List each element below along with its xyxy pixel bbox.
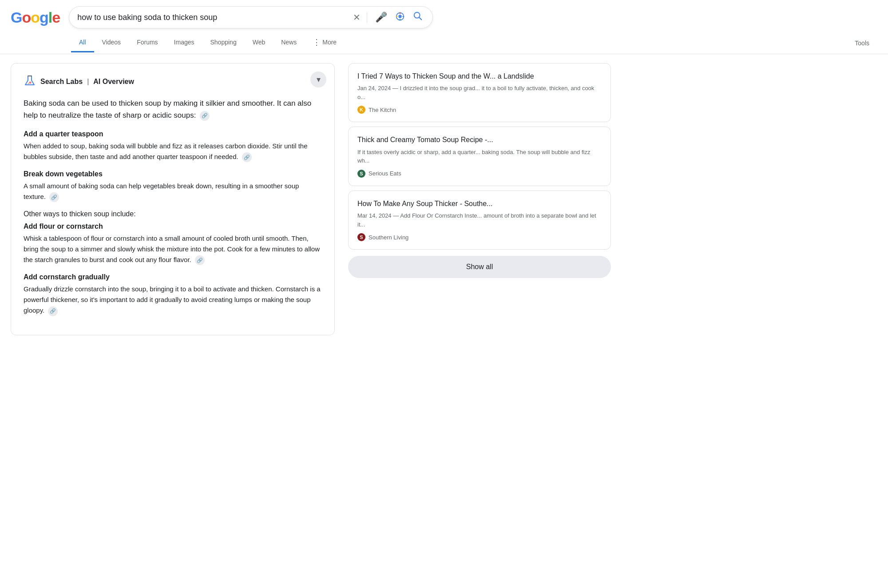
kitchn-name: The Kitchn bbox=[369, 107, 396, 113]
svg-rect-5 bbox=[403, 16, 404, 17]
section-title-2: Break down vegetables bbox=[24, 170, 322, 178]
voice-search-button[interactable]: 🎤 bbox=[373, 12, 389, 23]
tab-news[interactable]: News bbox=[273, 33, 305, 52]
tab-shopping[interactable]: Shopping bbox=[202, 33, 245, 52]
svg-point-8 bbox=[29, 82, 32, 84]
source-card-date-1: Jan 24, 2024 bbox=[357, 85, 391, 91]
svg-rect-2 bbox=[400, 12, 400, 14]
other-section1-link-icon[interactable]: 🔗 bbox=[195, 255, 205, 265]
more-dots-icon: ⋮ bbox=[313, 37, 321, 47]
ai-overview-column: ▾ Search Labs | AI Overview Baki bbox=[11, 63, 348, 335]
google-logo[interactable]: Google bbox=[11, 9, 60, 26]
ai-intro-text: Baking soda can be used to thicken soup … bbox=[24, 97, 322, 121]
search-divider bbox=[367, 12, 367, 23]
other-section-title-2: Add cornstarch gradually bbox=[24, 273, 322, 281]
section-body-2: A small amount of baking soda can help v… bbox=[24, 181, 322, 202]
svg-rect-3 bbox=[400, 19, 400, 20]
ai-overview-card: ▾ Search Labs | AI Overview Baki bbox=[11, 63, 335, 335]
source-cards-list: I Tried 7 Ways to Thicken Soup and the W… bbox=[348, 63, 611, 278]
ai-section-cornstarch: Add cornstarch gradually Gradually drizz… bbox=[24, 273, 322, 316]
ai-flask-icon bbox=[24, 74, 36, 89]
ai-overview-header: Search Labs | AI Overview bbox=[24, 74, 322, 89]
source-card-snippet-1: Jan 24, 2024 — I drizzled it into the so… bbox=[357, 84, 602, 101]
ai-section-quarter-teaspoon: Add a quarter teaspoon When added to sou… bbox=[24, 130, 322, 162]
serious-eats-name: Serious Eats bbox=[369, 170, 401, 177]
logo-letter-g: G bbox=[11, 9, 22, 26]
other-section-body-1: Whisk a tablespoon of flour or cornstarc… bbox=[24, 233, 322, 265]
ai-section-flour: Add flour or cornstarch Whisk a tablespo… bbox=[24, 222, 322, 265]
section1-link-icon[interactable]: 🔗 bbox=[242, 152, 252, 162]
main-content: ▾ Search Labs | AI Overview Baki bbox=[0, 54, 622, 335]
other-section2-link-icon[interactable]: 🔗 bbox=[48, 306, 58, 316]
svg-rect-10 bbox=[28, 75, 32, 76]
ai-separator: | bbox=[87, 78, 89, 86]
source-card-title-1: I Tried 7 Ways to Thicken Soup and the W… bbox=[357, 72, 602, 81]
section2-link-icon[interactable]: 🔗 bbox=[49, 192, 59, 202]
source-card-kitchn[interactable]: I Tried 7 Ways to Thicken Soup and the W… bbox=[348, 63, 611, 122]
logo-letter-l: l bbox=[48, 9, 52, 26]
other-section-title-1: Add flour or cornstarch bbox=[24, 222, 322, 230]
southern-living-favicon: S bbox=[357, 233, 365, 241]
source-cards-column: I Tried 7 Ways to Thicken Soup and the W… bbox=[348, 63, 611, 335]
lens-icon bbox=[395, 12, 405, 24]
section-title-1: Add a quarter teaspoon bbox=[24, 130, 322, 138]
source-card-snippet-2: If it tastes overly acidic or sharp, add… bbox=[357, 148, 602, 165]
search-icon bbox=[413, 11, 423, 24]
ai-sub-label: AI Overview bbox=[93, 78, 134, 86]
southern-living-name: Southern Living bbox=[369, 234, 408, 241]
tab-web[interactable]: Web bbox=[245, 33, 274, 52]
section-body-1: When added to soup, baking soda will bub… bbox=[24, 141, 322, 162]
tools-button[interactable]: Tools bbox=[847, 34, 877, 52]
kitchn-favicon: K bbox=[357, 106, 365, 114]
source-card-origin-2: S Serious Eats bbox=[357, 170, 602, 178]
other-section-body-2: Gradually drizzle cornstarch into the so… bbox=[24, 284, 322, 316]
source-card-origin-3: S Southern Living bbox=[357, 233, 602, 241]
logo-letter-o1: o bbox=[22, 9, 31, 26]
source-card-serious-eats[interactable]: Thick and Creamy Tomato Soup Recipe -...… bbox=[348, 127, 611, 186]
tab-all[interactable]: All bbox=[71, 33, 94, 52]
source-card-origin-1: K The Kitchn bbox=[357, 106, 602, 114]
search-button[interactable] bbox=[411, 11, 424, 24]
tab-more[interactable]: ⋮ More bbox=[305, 32, 345, 54]
source-card-snippet-3: Mar 14, 2024 — Add Flour Or Cornstarch I… bbox=[357, 211, 602, 229]
intro-link-icon[interactable]: 🔗 bbox=[200, 111, 210, 121]
expand-button[interactable]: ▾ bbox=[310, 72, 326, 87]
svg-rect-4 bbox=[396, 16, 398, 17]
svg-point-9 bbox=[28, 83, 29, 84]
svg-point-1 bbox=[399, 15, 402, 18]
tab-images[interactable]: Images bbox=[166, 33, 202, 52]
source-card-snippet-text-3: — Add Flour Or Cornstarch Inste... amoun… bbox=[357, 212, 596, 228]
nav-tabs: All Videos Forums Images Shopping Web Ne… bbox=[0, 32, 888, 54]
ai-label: Search Labs bbox=[40, 78, 83, 86]
source-card-title-2: Thick and Creamy Tomato Soup Recipe -... bbox=[357, 135, 602, 145]
tab-videos[interactable]: Videos bbox=[94, 33, 129, 52]
logo-letter-g2: g bbox=[40, 9, 48, 26]
header: Google ✕ 🎤 bbox=[0, 0, 888, 28]
tab-forums[interactable]: Forums bbox=[129, 33, 166, 52]
logo-letter-e: e bbox=[52, 9, 60, 26]
microphone-icon: 🎤 bbox=[375, 12, 387, 23]
source-card-title-3: How To Make Any Soup Thicker - Southe... bbox=[357, 199, 602, 209]
source-card-snippet-text-1: — I drizzled it into the soup grad... it… bbox=[357, 85, 594, 100]
clear-search-icon[interactable]: ✕ bbox=[353, 12, 361, 23]
source-card-southern-living[interactable]: How To Make Any Soup Thicker - Southe...… bbox=[348, 191, 611, 250]
other-ways-heading: Other ways to thicken soup include: bbox=[24, 210, 322, 218]
ai-section-vegetables: Break down vegetables A small amount of … bbox=[24, 170, 322, 202]
search-input[interactable] bbox=[77, 13, 349, 22]
logo-letter-o2: o bbox=[31, 9, 40, 26]
search-bar: ✕ 🎤 bbox=[69, 6, 433, 28]
show-all-button[interactable]: Show all bbox=[348, 256, 611, 278]
image-search-button[interactable] bbox=[393, 12, 407, 24]
chevron-down-icon: ▾ bbox=[317, 75, 321, 84]
svg-line-7 bbox=[419, 17, 421, 20]
source-card-date-3: Mar 14, 2024 bbox=[357, 212, 392, 219]
serious-eats-favicon: S bbox=[357, 170, 365, 178]
